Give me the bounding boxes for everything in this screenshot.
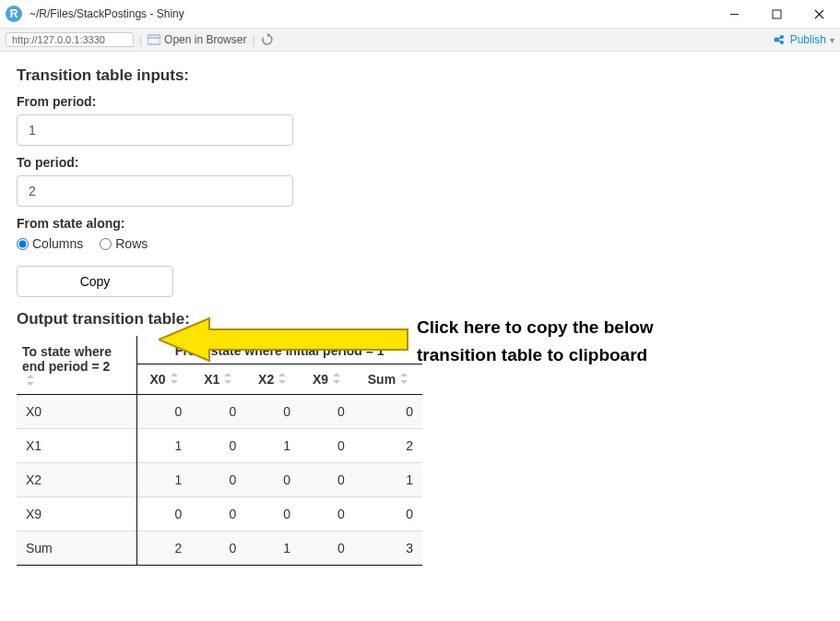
from-state-along-radio-group: Columns Rows	[17, 236, 823, 251]
cell: 2	[136, 531, 191, 566]
row-label: X9	[17, 497, 136, 531]
cell: 0	[300, 429, 354, 463]
col-sum[interactable]: Sum	[354, 364, 422, 395]
cell: 1	[354, 463, 422, 497]
sort-icon	[399, 373, 408, 384]
cell: 0	[300, 395, 354, 429]
cell: 0	[300, 497, 354, 531]
sort-icon	[278, 373, 287, 384]
table-row: X9 0 0 0 0 0	[17, 497, 422, 531]
table-body: X0 0 0 0 0 0 X1 1 0 1 0 2 X2 1	[17, 395, 422, 566]
cell: 1	[136, 429, 191, 463]
separator: |	[252, 33, 254, 46]
content-area: Transition table inputs: From period: To…	[0, 52, 840, 575]
from-period-label: From period:	[17, 94, 823, 109]
sort-icon	[332, 373, 341, 384]
cell: 0	[191, 497, 245, 531]
caret-down-icon: ▾	[830, 35, 834, 45]
cell: 0	[136, 395, 191, 429]
radio-columns-input[interactable]	[17, 238, 29, 250]
inputs-heading: Transition table inputs:	[17, 66, 823, 85]
separator: |	[139, 33, 142, 46]
cell: 0	[354, 395, 422, 429]
refresh-icon	[261, 33, 274, 46]
minimize-button[interactable]	[713, 0, 755, 28]
publish-button[interactable]: Publish ▾	[772, 33, 834, 46]
row-label: X2	[17, 463, 136, 497]
svg-rect-4	[148, 35, 160, 44]
table-row: X1 1 0 1 0 2	[17, 429, 422, 463]
from-period-input[interactable]	[17, 114, 293, 146]
cell: 0	[191, 463, 245, 497]
from-state-along-label: From state along:	[17, 216, 823, 231]
open-in-browser-button[interactable]: Open in Browser	[148, 33, 246, 46]
table-row: Sum 2 0 1 0 3	[17, 531, 422, 566]
col-x1[interactable]: X1	[191, 364, 245, 395]
rstudio-icon: R	[6, 6, 22, 22]
copy-button[interactable]: Copy	[17, 266, 173, 297]
output-heading: Output transition table:	[17, 310, 823, 328]
table-row: X2 1 0 0 0 1	[17, 463, 422, 497]
cell: 1	[245, 429, 300, 463]
to-period-label: To period:	[17, 155, 823, 170]
col-group-header: From state where initial period = 1	[136, 336, 422, 364]
row-group-header-text: To state where end period = 2	[22, 344, 112, 374]
radio-rows-input[interactable]	[100, 238, 112, 250]
row-group-header[interactable]: To state where end period = 2	[17, 336, 136, 395]
col-x9[interactable]: X9	[300, 364, 354, 395]
maximize-button[interactable]	[755, 0, 798, 28]
to-period-input[interactable]	[17, 175, 293, 207]
cell: 0	[300, 531, 354, 566]
window-title: ~/R/Files/StackPostings - Shiny	[30, 7, 713, 20]
window-controls	[713, 0, 840, 28]
refresh-button[interactable]	[261, 33, 274, 46]
address-bar[interactable]: http://127.0.0.1:3330	[6, 32, 134, 47]
cell: 0	[191, 531, 245, 566]
cell: 0	[191, 395, 245, 429]
radio-rows[interactable]: Rows	[100, 236, 148, 251]
sort-icon	[223, 373, 232, 384]
cell: 1	[136, 463, 191, 497]
cell: 0	[300, 463, 354, 497]
cell: 0	[354, 497, 422, 531]
sort-icon	[26, 375, 35, 386]
transition-table: To state where end period = 2 From state…	[17, 336, 422, 566]
cell: 2	[354, 429, 422, 463]
publish-label: Publish	[790, 33, 826, 46]
cell: 3	[354, 531, 422, 566]
radio-rows-label: Rows	[115, 236, 148, 251]
col-x2[interactable]: X2	[245, 364, 300, 395]
close-button[interactable]	[798, 0, 840, 28]
table-row: X0 0 0 0 0 0	[17, 395, 422, 429]
cell: 0	[245, 463, 300, 497]
cell: 0	[136, 497, 191, 531]
svg-rect-1	[773, 10, 781, 18]
radio-columns[interactable]: Columns	[17, 236, 83, 251]
cell: 0	[245, 395, 300, 429]
radio-columns-label: Columns	[32, 236, 83, 251]
titlebar: R ~/R/Files/StackPostings - Shiny	[0, 0, 840, 28]
cell: 1	[245, 531, 300, 566]
sort-icon	[170, 373, 179, 384]
row-label: Sum	[17, 531, 136, 566]
row-label: X0	[17, 395, 136, 429]
toolbar: http://127.0.0.1:3330 | Open in Browser …	[0, 28, 840, 52]
row-label: X1	[17, 429, 136, 463]
cell: 0	[245, 497, 300, 531]
transition-table-container: To state where end period = 2 From state…	[17, 336, 422, 566]
open-in-browser-label: Open in Browser	[164, 33, 246, 46]
browser-icon	[148, 34, 160, 45]
publish-icon	[772, 33, 787, 46]
col-x0[interactable]: X0	[136, 364, 191, 395]
cell: 0	[191, 429, 245, 463]
